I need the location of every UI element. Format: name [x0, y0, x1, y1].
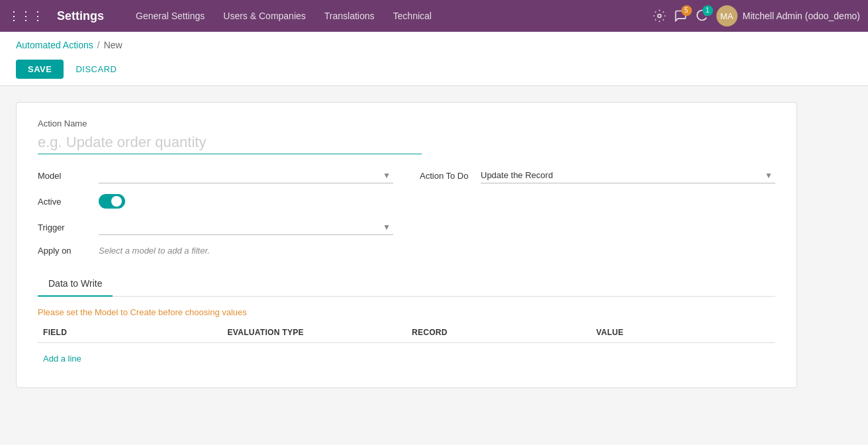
top-navbar: ⋮⋮⋮ Settings General Settings Users & Co… [0, 0, 868, 32]
settings-icon-btn[interactable] [653, 9, 666, 23]
user-name: Mitchell Admin (odoo_demo) [743, 11, 860, 21]
messages-icon-btn[interactable]: 5 [674, 9, 687, 23]
apply-on-text: Select a model to add a filter. [99, 246, 210, 256]
col-evaluation-type: Evaluation Type [222, 328, 407, 337]
action-to-do-label: Action To Do [420, 171, 473, 181]
activity-icon-btn[interactable]: 1 [695, 9, 708, 23]
activity-badge: 1 [702, 5, 713, 16]
breadcrumb-separator: / [97, 40, 100, 50]
grid-spacer-2 [420, 219, 775, 235]
form-grid: Model ▼ Action To Do Update the Record ▼ [38, 168, 775, 256]
col-value: Value [591, 328, 776, 337]
action-name-input[interactable] [38, 131, 422, 154]
active-toggle[interactable] [99, 194, 125, 209]
action-name-label: Action Name [38, 119, 775, 128]
trigger-label: Trigger [38, 222, 91, 232]
save-button[interactable]: SAVE [16, 60, 64, 79]
breadcrumb: Automated Actions / New [16, 32, 852, 54]
menu-users-companies[interactable]: Users & Companies [215, 7, 314, 25]
col-field: Field [38, 328, 222, 337]
model-field: Model ▼ [38, 168, 393, 183]
active-label: Active [38, 197, 91, 207]
top-menu: General Settings Users & Companies Trans… [128, 7, 642, 25]
action-to-do-select[interactable]: Update the Record [481, 168, 775, 183]
action-name-field: Action Name [38, 119, 775, 154]
messages-badge: 5 [681, 5, 692, 16]
data-write-section: Please set the Model to Create before ch… [38, 307, 775, 366]
model-control: ▼ [99, 168, 393, 183]
menu-technical[interactable]: Technical [385, 7, 440, 25]
page-header: Automated Actions / New SAVE DISCARD [0, 32, 868, 86]
breadcrumb-current: New [104, 40, 122, 50]
svg-point-0 [657, 15, 661, 18]
grid-spacer [420, 194, 775, 209]
nav-actions: 5 1 MA Mitchell Admin (odoo_demo) [653, 5, 860, 26]
apply-on-label: Apply on [38, 246, 91, 256]
apps-grid-icon[interactable]: ⋮⋮⋮ [8, 9, 44, 23]
active-field: Active [38, 194, 393, 209]
info-message: Please set the Model to Create before ch… [38, 307, 775, 317]
main-content: Action Name Model ▼ Action To Do [0, 86, 868, 445]
user-avatar: MA [716, 5, 738, 26]
tabs-container: Data to Write [38, 272, 775, 297]
col-record: Record [407, 328, 591, 337]
trigger-control: ▼ [99, 219, 393, 235]
menu-translations[interactable]: Translations [316, 7, 383, 25]
toggle-slider [99, 194, 125, 209]
trigger-field: Trigger ▼ [38, 219, 393, 235]
model-select[interactable] [99, 168, 393, 183]
active-toggle-container [99, 194, 125, 209]
form-card: Action Name Model ▼ Action To Do [16, 102, 797, 388]
user-menu[interactable]: MA Mitchell Admin (odoo_demo) [716, 5, 860, 26]
table-header: Field Evaluation Type Record Value [38, 328, 775, 343]
add-line-link[interactable]: Add a line [38, 351, 87, 366]
trigger-select[interactable] [99, 219, 393, 235]
brand-title: Settings [57, 9, 104, 23]
discard-button[interactable]: DISCARD [69, 60, 123, 79]
action-to-do-field: Action To Do Update the Record ▼ [420, 168, 775, 183]
model-label: Model [38, 171, 91, 181]
menu-general-settings[interactable]: General Settings [128, 7, 213, 25]
apply-on-field: Apply on Select a model to add a filter. [38, 246, 393, 256]
breadcrumb-parent[interactable]: Automated Actions [16, 40, 93, 50]
action-to-do-control: Update the Record ▼ [481, 168, 775, 183]
toolbar: SAVE DISCARD [16, 54, 852, 85]
tab-data-to-write[interactable]: Data to Write [38, 272, 113, 297]
